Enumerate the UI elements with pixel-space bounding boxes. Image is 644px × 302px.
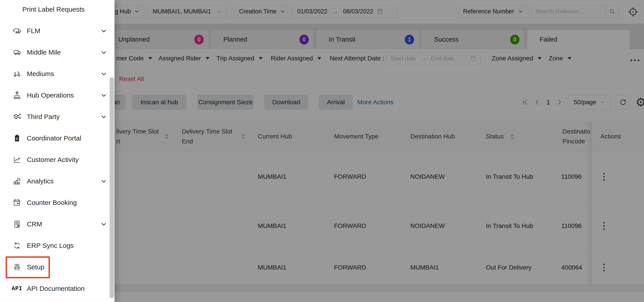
sidebar-item-label: Customer Activity [27,156,79,164]
chevron-down-icon [100,49,107,56]
sidebar-item-setup[interactable]: Setup [0,256,114,278]
chevron-down-icon [100,114,107,120]
chevron-down-icon [100,178,107,184]
chevron-down-icon [100,71,107,77]
sidebar-item-erp-sync-logs[interactable]: ERP Sync Logs [0,235,114,256]
clipboard-c-icon: C [12,134,22,143]
truck-icon [12,48,22,57]
sidebar-item-mediums[interactable]: Mediums [0,63,114,84]
sidebar-item-label: Print Label Requests [22,6,85,13]
line-chart-icon [12,155,22,164]
chevron-down-icon [100,92,107,98]
api-icon: API [12,286,22,292]
scooter-icon [12,69,22,78]
sidebar-item-label: Analytics [27,178,54,185]
hub-network-icon [12,91,22,100]
sidebar-item-customer-activity[interactable]: Customer Activity [0,149,114,170]
sidebar-item-label: Third Party [27,113,60,120]
sidebar-item-print-label-requests[interactable]: Print Label Requests [0,0,114,20]
sidebar-item-label: Mediums [27,70,54,78]
navigation-drawer: Print Label RequestsFLMMiddle MileMedium… [0,0,114,302]
sidebar-item-crm[interactable]: CRM [0,214,114,235]
sidebar-divider [0,299,114,299]
cube-network-icon [12,112,22,121]
chevron-down-icon [100,221,107,227]
sidebar-item-label: FLM [27,27,40,35]
sidebar-item-label: Counter Booking [27,199,77,206]
sidebar-item-label: Middle Mile [27,48,61,56]
chevron-down-icon [100,28,107,34]
truck-fast-icon [12,26,22,35]
document-user-icon [12,220,22,229]
sidebar-item-flm[interactable]: FLM [0,20,114,42]
sidebar-item-analytics[interactable]: Analytics [0,170,114,192]
sidebar-item-coordinator-portal[interactable]: CCoordinator Portal [0,128,114,149]
sliders-icon [12,263,22,272]
sidebar-item-label: ERP Sync Logs [27,242,74,250]
sidebar-item-label: CRM [27,220,42,228]
sidebar-item-label: Setup [27,263,44,271]
sidebar-item-hub-operations[interactable]: Hub Operations [0,84,114,106]
sidebar-scrollbar[interactable] [110,77,114,298]
sidebar-item-api-documentation[interactable]: APIAPI Documentation [0,278,114,299]
calendar-cursor-icon [12,198,22,207]
sidebar-item-third-party[interactable]: Third Party [0,106,114,128]
sync-icon [12,241,22,250]
sidebar-item-label: Hub Operations [27,92,74,99]
sidebar-item-counter-booking[interactable]: Counter Booking [0,192,114,214]
chart-search-icon [12,177,22,186]
sidebar-item-label: API Documentation [27,285,84,292]
sidebar-item-middle-mile[interactable]: Middle Mile [0,42,114,63]
svg-text:C: C [16,137,18,140]
sidebar-item-label: Coordinator Portal [27,134,81,142]
